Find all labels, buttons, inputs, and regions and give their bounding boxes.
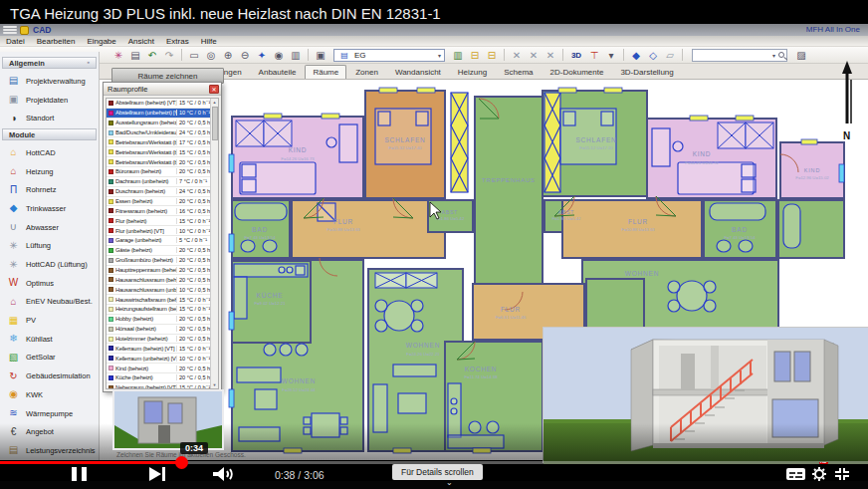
sidebar-item[interactable]: ⌂ EnEV Neubau/Best. <box>0 293 99 312</box>
menu-item[interactable]: Eingabe <box>87 37 115 46</box>
sidebar-item[interactable]: ▦ PV <box>0 311 99 330</box>
menu-hamburger-icon[interactable] <box>3 25 17 35</box>
scroll-up-icon[interactable]: ▲ <box>213 99 217 106</box>
toolbar-icon[interactable]: ⊕ <box>221 48 235 63</box>
search-input[interactable]: ▾ <box>692 49 787 62</box>
sidebar-item[interactable]: ⌂ Heizung <box>0 162 99 181</box>
toolbar-icon[interactable]: ◉ <box>272 48 286 63</box>
room-profile-row[interactable]: Hobby (beheizt) 20 °C / 0,5 h⁻¹ <box>107 315 210 325</box>
view-tab[interactable]: 2D-Dokumente <box>542 65 612 79</box>
toolbar-icon[interactable]: ⊟ <box>468 48 482 63</box>
toolbar-icon[interactable]: ⊟ <box>485 48 499 63</box>
toolbar-icon[interactable] <box>682 49 683 61</box>
sidebar-item[interactable]: ✳ HottCAD (Lüftung) <box>0 255 99 274</box>
room-profile-row[interactable]: Haupttreppenraum (beheizt) [VT] 20 °C / … <box>107 266 210 276</box>
toolbar-icon[interactable]: ✕ <box>543 48 557 63</box>
room-profile-row[interactable]: Abstellraum (unbeheizt) [VT] 10 °C / 0 h… <box>107 109 210 119</box>
toolbar-icon[interactable]: ✦ <box>255 48 269 63</box>
sidebar-item[interactable]: Π Rohrnetz <box>0 180 99 199</box>
menu-item[interactable]: Hilfe <box>201 37 217 46</box>
toolbar-icon[interactable]: ▥ <box>451 48 465 63</box>
room-profile-row[interactable]: Gäste (beheizt) 20 °C / 0,5 h⁻¹ <box>107 246 210 256</box>
sidebar-item[interactable]: ▤ Leistungsverzeichnis <box>0 441 99 460</box>
room-profile-row[interactable]: Betriebsraum/Werkstatt (beheizt) [VT] 20… <box>107 157 210 167</box>
toolbar-icon[interactable]: ⊤ <box>587 48 601 63</box>
sidebar-section-general[interactable]: Allgemein▪ <box>2 57 97 69</box>
room-profile-row[interactable]: Hotelzimmer (beheizt) 20 °C / 0,5 h⁻¹ <box>107 335 210 345</box>
view-tab[interactable]: Anbauteile <box>251 65 305 79</box>
room-profile-row[interactable]: Hausanschlussraum (unbeheizt) [VT] 10 °C… <box>107 285 210 295</box>
close-icon[interactable]: ✕ <box>209 85 219 94</box>
room-profile-row[interactable]: Büroraum (beheizt) 20 °C / 0,5 h⁻¹ <box>107 167 210 177</box>
room-profile-row[interactable]: Garage (unbeheizt) 5 °C / 0 h⁻¹ <box>107 236 210 246</box>
sidebar-item[interactable]: ❄ Kühllast <box>0 330 99 349</box>
room-profile-row[interactable]: Kind (beheizt) 20 °C / 0,5 h⁻¹ <box>107 364 210 373</box>
toolbar-icon[interactable]: ▭ <box>187 48 201 63</box>
menu-item[interactable]: Extras <box>166 37 189 46</box>
view-tab[interactable]: Schema <box>496 65 541 79</box>
toolbar-icon[interactable]: ↶ <box>145 48 159 63</box>
view-tab[interactable]: Heizung <box>450 65 495 79</box>
menu-item[interactable]: Ansicht <box>128 37 154 46</box>
view-tab[interactable]: 3D-Darstellung <box>612 65 681 79</box>
toolbar-icon[interactable]: ◎ <box>204 48 218 63</box>
toolbar-icon[interactable]: ◆ <box>629 48 643 63</box>
subtitles-icon[interactable] <box>786 467 805 481</box>
room-profile-row[interactable]: Küche (beheizt) 20 °C / 0,5 h⁻¹ <box>107 373 210 383</box>
room-profile-row[interactable]: Essen (beheizt) 20 °C / 0,5 h⁻¹ <box>107 197 210 207</box>
toolbar-icon[interactable]: ✕ <box>510 48 524 63</box>
room-profile-row[interactable]: Hörsaal (beheizt) 20 °C / 0,5 h⁻¹ <box>107 325 210 335</box>
toolbar-icon[interactable]: ▣ <box>314 48 327 63</box>
volume-button[interactable] <box>211 467 239 481</box>
scroll-thumb[interactable] <box>212 107 218 140</box>
room-profile-row[interactable]: Fitnessraum (beheizt) 16 °C / 0,5 h⁻¹ <box>107 206 210 216</box>
room-profile-row[interactable]: Betriebsraum/Werkstatt (beheizt) [VT] 15… <box>107 147 210 157</box>
sidebar-item[interactable]: ▣ Projektdaten <box>0 91 99 110</box>
sidebar-item[interactable]: ∪ Abwasser <box>0 218 99 237</box>
sidebar-item[interactable]: W Optimus <box>0 274 99 293</box>
sidebar-section-modules[interactable]: Module <box>2 128 97 140</box>
room-profile-row[interactable]: Abstellraum (beheizt) [VT] 15 °C / 0 h⁻¹ <box>107 99 210 109</box>
view-tab[interactable]: Zonen <box>347 65 386 79</box>
toolbar-icon[interactable]: ▾ <box>604 48 618 63</box>
sidebar-item[interactable]: ◆ Trinkwasser <box>0 199 99 218</box>
toolbar-icon[interactable]: ▱ <box>663 48 677 63</box>
toolbar-icon[interactable] <box>308 49 309 61</box>
next-button[interactable] <box>147 467 169 481</box>
room-profile-row[interactable]: Duschraum (beheizt) 24 °C / 0,5 h⁻¹ <box>107 187 210 197</box>
room-profile-row[interactable]: Flur (unbeheizt) [VT] 10 °C / 0 h⁻¹ <box>107 226 210 236</box>
menu-item[interactable]: Bearbeiten <box>37 37 76 46</box>
sidebar-item[interactable]: ↻ Gebäudesimulation <box>0 367 99 385</box>
room-profile-row[interactable]: Bad/Dusche/Umkleideraum (beheizt) 24 °C … <box>107 128 210 138</box>
room-profile-row[interactable]: Kellerraum (beheizt) [VT] 15 °C / 0 h⁻¹ <box>107 344 210 354</box>
toolbar-icon[interactable]: 3D <box>568 48 584 63</box>
view-tab[interactable]: Wandansicht <box>387 65 449 79</box>
dialog-titlebar[interactable]: Raumprofile ✕ <box>104 83 221 96</box>
sidebar-item[interactable]: ▤ Projektverwaltung <box>0 72 99 91</box>
toolbar-icon[interactable]: ⊖ <box>238 48 252 63</box>
sidebar-item[interactable]: ≋ Wärmepumpe <box>0 404 99 423</box>
room-profile-row[interactable]: Dachraum (unbeheizt) 7 °C / 0 h⁻¹ <box>107 177 210 187</box>
fullscreen-exit-icon[interactable] <box>834 467 850 481</box>
toolbar-icon[interactable] <box>181 49 182 61</box>
toolbar-icon[interactable]: ▥ <box>289 48 303 63</box>
view-tab[interactable]: Räume <box>305 65 346 79</box>
room-profile-row[interactable]: Ausstellungsraum (beheizt) [VT] 20 °C / … <box>107 119 210 128</box>
scroll-down-icon[interactable]: ▼ <box>213 381 217 388</box>
sidebar-item[interactable]: ✳ Lüftung <box>0 237 99 256</box>
toolbar-icon[interactable] <box>623 49 624 61</box>
toolbar-icon[interactable]: ↷ <box>162 48 176 63</box>
toolbar-icon[interactable]: ▤ <box>128 48 142 63</box>
sidebar-item[interactable]: ▧ GetSolar <box>0 349 99 367</box>
toolbar-icon[interactable]: ✕ <box>527 48 541 63</box>
sidebar-item[interactable]: € Angebot <box>0 422 99 441</box>
room-profile-row[interactable]: Großraumbüro (beheizt) 20 °C / 0,5 h⁻¹ <box>107 256 210 266</box>
pause-button[interactable] <box>68 467 94 481</box>
room-profile-row[interactable]: Hausanschlussraum (beheizt) [VT] 20 °C /… <box>107 275 210 285</box>
sidebar-item[interactable]: ◉ KWK <box>0 385 99 404</box>
dialog-scrollbar[interactable]: ▲ ▼ <box>210 99 218 388</box>
toolbar-icon[interactable]: ◇ <box>646 48 660 63</box>
room-profile-row[interactable]: Heizungsaufstellraum (beheizt) [VT] 15 °… <box>107 305 210 315</box>
room-profile-row[interactable]: Betriebsraum/Werkstatt (beheizt) [VT] 17… <box>107 137 210 147</box>
toolbar-icon[interactable] <box>562 49 563 61</box>
